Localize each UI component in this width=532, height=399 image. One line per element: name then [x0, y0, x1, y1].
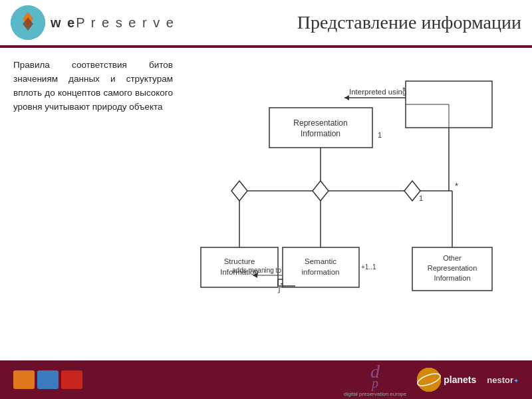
svg-marker-5	[344, 95, 349, 100]
repr-info-label: Representation	[293, 118, 347, 128]
footer-logo-1	[13, 370, 35, 389]
planets-text: planets	[444, 374, 476, 385]
svg-rect-6	[269, 108, 372, 148]
dpc-logo: d p digital preservation europe	[344, 362, 406, 397]
svg-point-31	[417, 368, 441, 392]
interpreted-using-label: Interpreted using	[349, 88, 406, 96]
diagram-area: Interpreted using * 1 Representation Inf…	[173, 56, 519, 346]
svg-text:Representation: Representation	[428, 264, 477, 272]
one-right: 1	[378, 131, 382, 139]
diamond-middle	[313, 181, 329, 201]
description-text: Правила соответствия битов значениям дан…	[13, 56, 173, 346]
footer-logos-left	[13, 370, 82, 389]
star-other-repr: *	[455, 181, 458, 191]
multiplicity-label: +1..1	[361, 263, 376, 271]
dpc-text: digital preservation europe	[344, 391, 406, 397]
nestor-text: nestor	[487, 375, 513, 385]
svg-text:Semantic: Semantic	[305, 257, 336, 265]
one-diamond-right: 1	[419, 194, 423, 202]
star-top-right: *	[402, 85, 406, 95]
svg-text:Information: Information	[434, 274, 470, 282]
dpc-p-letter: p	[372, 376, 378, 391]
logo-area: w eP r e s e r v e	[11, 5, 175, 40]
nestor-star: ✦	[513, 377, 519, 384]
semantic-info-box	[283, 247, 359, 287]
nestor-logo: nestor✦	[487, 374, 519, 386]
svg-text:Other: Other	[443, 254, 462, 262]
diamond-right	[404, 181, 420, 201]
footer-logo-3	[61, 370, 82, 389]
adds-meaning-label: adds meaning to	[232, 267, 281, 274]
planets-circle	[417, 368, 441, 392]
logo-circle	[11, 5, 45, 40]
header: w eP r e s e r v e Представление информа…	[0, 0, 532, 48]
svg-text:information: information	[302, 268, 340, 276]
page-title: Представление информации	[175, 12, 521, 33]
diamond-left	[231, 181, 247, 201]
footer-logos-right: d p digital preservation europe planets …	[344, 362, 519, 397]
footer-logo-2	[37, 370, 59, 389]
repr-info-label2: Information	[301, 129, 340, 138]
svg-text:Structure: Structure	[224, 257, 255, 265]
logo-brand-text: w eP r e s e r v e	[51, 15, 175, 31]
content-area: Правила соответствия битов значениям дан…	[0, 48, 532, 354]
footer: d p digital preservation europe planets …	[0, 360, 532, 399]
planets-logo: planets	[417, 368, 476, 392]
